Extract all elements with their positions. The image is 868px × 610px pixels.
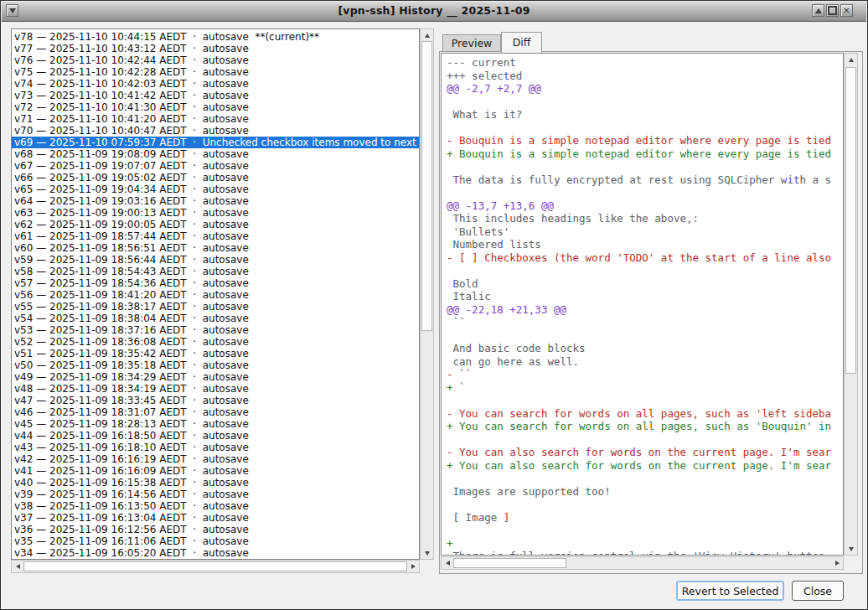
scroll-down-button[interactable] [421, 547, 433, 559]
diff-line: - Bouquin is a simple notepad editor whe… [447, 134, 843, 147]
diff-line: +++ selected [447, 70, 843, 83]
list-item[interactable]: v50 — 2025-11-09 18:35:18 AEDT · autosav… [12, 359, 419, 371]
diff-line: + You can search for words on all pages,… [447, 420, 843, 433]
list-item[interactable]: v49 — 2025-11-09 18:34:29 AEDT · autosav… [12, 371, 419, 383]
tab-diff[interactable]: Diff [501, 32, 542, 53]
close-button[interactable]: Close [792, 581, 844, 601]
diff-line: And basic code blocks [447, 342, 843, 355]
list-item[interactable]: v34 — 2025-11-09 16:05:20 AEDT · autosav… [12, 547, 419, 559]
diff-line: This includes headings like the above,: [447, 212, 843, 225]
list-item[interactable]: v63 — 2025-11-09 19:00:13 AEDT · autosav… [12, 207, 419, 219]
list-item[interactable]: v68 — 2025-11-09 19:08:09 AEDT · autosav… [12, 148, 419, 160]
list-item[interactable]: v71 — 2025-11-10 10:41:20 AEDT · autosav… [12, 113, 419, 125]
diff-line: --- current [447, 56, 843, 70]
list-item[interactable]: v76 — 2025-11-10 10:42:44 AEDT · autosav… [12, 54, 419, 66]
version-list[interactable]: v78 — 2025-11-10 10:44:15 AEDT · autosav… [11, 28, 420, 560]
list-item[interactable]: v46 — 2025-11-09 18:31:07 AEDT · autosav… [12, 406, 419, 418]
scroll-left-button[interactable] [12, 561, 23, 572]
list-item[interactable]: v53 — 2025-11-09 18:37:16 AEDT · autosav… [12, 324, 419, 336]
list-item[interactable]: v41 — 2025-11-09 16:16:09 AEDT · autosav… [12, 465, 419, 477]
maximize-icon [828, 6, 837, 15]
diff-line: The data is fully encrypted at rest usin… [447, 173, 843, 187]
scroll-up-button[interactable] [421, 29, 433, 41]
diff-line [447, 329, 843, 343]
arrow-left-icon [16, 564, 20, 569]
diff-line [447, 264, 843, 277]
diff-line: [ Image ] [447, 511, 843, 525]
list-vertical-scrollbar[interactable] [420, 28, 434, 560]
diff-line [447, 186, 843, 199]
list-item[interactable]: v64 — 2025-11-09 19:03:16 AEDT · autosav… [12, 195, 419, 207]
list-item[interactable]: v61 — 2025-11-09 18:57:44 AEDT · autosav… [12, 230, 419, 242]
list-hscroll-thumb[interactable] [23, 561, 407, 571]
list-item[interactable]: v58 — 2025-11-09 18:54:43 AEDT · autosav… [12, 266, 419, 277]
list-item[interactable]: v35 — 2025-11-09 16:11:06 AEDT · autosav… [12, 535, 419, 547]
list-item[interactable]: v62 — 2025-11-09 19:00:05 AEDT · autosav… [12, 219, 419, 230]
list-item-selected[interactable]: v69 — 2025-11-10 07:59:37 AEDT · Uncheck… [12, 137, 419, 148]
list-item[interactable]: v60 — 2025-11-09 18:56:51 AEDT · autosav… [12, 242, 419, 254]
list-item[interactable]: v73 — 2025-11-10 10:41:42 AEDT · autosav… [12, 90, 419, 101]
list-item[interactable]: v42 — 2025-11-09 16:16:19 AEDT · autosav… [12, 453, 419, 465]
list-item[interactable]: v59 — 2025-11-09 18:56:44 AEDT · autosav… [12, 254, 419, 266]
diff-line: can go here as well. [447, 355, 843, 369]
list-item[interactable]: v75 — 2025-11-10 10:42:28 AEDT · autosav… [12, 66, 419, 78]
diff-line: + ` [447, 381, 843, 395]
diff-line: - [ ] Checkboxes (the word 'TODO' at the… [447, 251, 843, 265]
list-item[interactable]: v55 — 2025-11-09 18:38:17 AEDT · autosav… [12, 301, 419, 313]
close-window-button[interactable]: ✕ [840, 4, 853, 17]
list-item[interactable]: v44 — 2025-11-09 16:18:50 AEDT · autosav… [12, 430, 419, 442]
diff-horizontal-scrollbar[interactable] [441, 556, 844, 570]
list-item[interactable]: v67 — 2025-11-09 19:07:07 AEDT · autosav… [12, 160, 419, 172]
list-item[interactable]: v39 — 2025-11-09 16:14:56 AEDT · autosav… [12, 489, 419, 500]
list-item[interactable]: v47 — 2025-11-09 18:33:45 AEDT · autosav… [12, 395, 419, 406]
list-item[interactable]: v66 — 2025-11-09 19:05:02 AEDT · autosav… [12, 172, 419, 184]
arrow-right-icon [411, 564, 416, 569]
list-item[interactable]: v48 — 2025-11-09 18:34:19 AEDT · autosav… [12, 383, 419, 395]
diff-line [447, 524, 843, 537]
list-item[interactable]: v72 — 2025-11-10 10:41:30 AEDT · autosav… [12, 101, 419, 113]
list-item[interactable]: v56 — 2025-11-09 18:41:20 AEDT · autosav… [12, 289, 419, 301]
diff-line: Images are supported too! [447, 485, 843, 499]
revert-to-selected-button[interactable]: Revert to Selected [676, 581, 784, 601]
diff-line: + You can also search for words on the c… [447, 459, 843, 473]
history-window: [vpn-ssh] History __ 2025-11-09 ✕ v78 — … [0, 0, 868, 610]
list-item[interactable]: v77 — 2025-11-10 10:43:12 AEDT · autosav… [12, 43, 419, 54]
diff-line: - You can also search for words on the c… [447, 446, 843, 459]
arrow-up-icon [849, 58, 854, 62]
diff-view[interactable]: --- current+++ selected@@ -2,7 +2,7 @@ W… [441, 53, 844, 556]
diff-line: - `` [447, 368, 843, 381]
list-item[interactable]: v57 — 2025-11-09 18:54:36 AEDT · autosav… [12, 277, 419, 289]
scroll-up-button[interactable] [845, 54, 857, 65]
diff-vscroll-thumb[interactable] [845, 67, 856, 374]
diff-line: + Bouquin is a simple notepad editor whe… [447, 147, 843, 161]
scroll-right-button[interactable] [407, 561, 419, 572]
list-item[interactable]: v78 — 2025-11-10 10:44:15 AEDT · autosav… [12, 31, 419, 43]
arrow-down-icon [425, 551, 430, 556]
list-item[interactable]: v40 — 2025-11-09 16:15:38 AEDT · autosav… [12, 477, 419, 489]
diff-hscroll-thumb[interactable] [453, 558, 566, 568]
maximize-button[interactable] [826, 4, 839, 17]
list-item[interactable]: v70 — 2025-11-10 10:40:47 AEDT · autosav… [12, 125, 419, 137]
list-horizontal-scrollbar[interactable] [11, 560, 420, 573]
list-item[interactable]: v65 — 2025-11-09 19:04:34 AEDT · autosav… [12, 184, 419, 195]
list-item[interactable]: v74 — 2025-11-10 10:42:03 AEDT · autosav… [12, 78, 419, 90]
list-item[interactable]: v43 — 2025-11-09 16:18:10 AEDT · autosav… [12, 442, 419, 453]
diff-vertical-scrollbar[interactable] [844, 53, 858, 556]
tab-preview[interactable]: Preview [442, 34, 501, 52]
list-vscroll-thumb[interactable] [421, 41, 432, 331]
diff-line: There is full version control via the 'V… [447, 550, 843, 556]
list-item[interactable]: v38 — 2025-11-09 16:13:50 AEDT · autosav… [12, 500, 419, 512]
shade-icon [815, 8, 822, 13]
list-item[interactable]: v45 — 2025-11-09 18:28:13 AEDT · autosav… [12, 418, 419, 430]
scroll-left-button[interactable] [442, 557, 453, 569]
list-item[interactable]: v54 — 2025-11-09 18:38:04 AEDT · autosav… [12, 313, 419, 324]
scroll-right-button[interactable] [831, 557, 843, 569]
arrow-right-icon [835, 561, 840, 566]
scroll-down-button[interactable] [845, 543, 857, 555]
list-item[interactable]: v37 — 2025-11-09 16:13:04 AEDT · autosav… [12, 512, 419, 524]
list-item[interactable]: v36 — 2025-11-09 16:12:56 AEDT · autosav… [12, 524, 419, 535]
shade-button[interactable] [812, 4, 824, 17]
list-item[interactable]: v51 — 2025-11-09 18:35:42 AEDT · autosav… [12, 348, 419, 359]
list-item[interactable]: v52 — 2025-11-09 18:36:08 AEDT · autosav… [12, 336, 419, 348]
diff-line: What is it? [447, 108, 843, 121]
